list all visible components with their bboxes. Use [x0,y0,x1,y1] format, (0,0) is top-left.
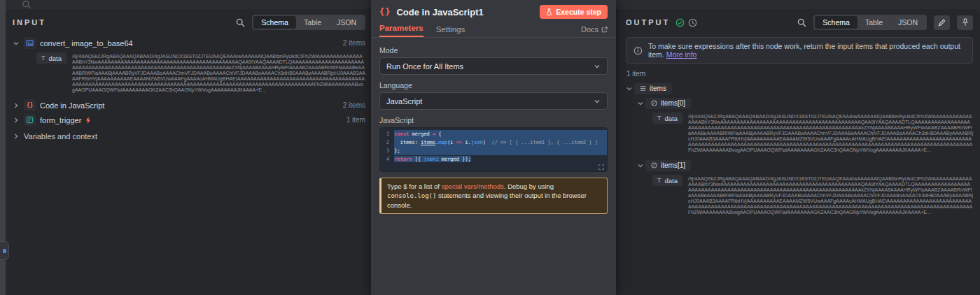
input-tab-json[interactable]: JSON [329,16,364,29]
output-data-field-row: T data /9j/4AAQSkZJRgABAQAAAQABAAD/4gJAS… [652,175,973,215]
input-title: INPUT [13,18,46,27]
code-editor[interactable]: 1const merged = {2 items: items.map(i =>… [379,127,608,172]
variables-label: Variables and context [24,132,97,141]
code-node-icon: {} [379,7,391,17]
banner-text: To make sure expressions after this node… [648,42,965,59]
node-label: Code in JavaScript [40,101,104,110]
chevron-right-icon[interactable] [13,102,20,109]
chevron-right-icon[interactable] [13,133,20,140]
search-icon[interactable] [236,18,245,27]
output-node-items1[interactable]: items[1] [637,158,973,173]
flask-icon [546,8,552,16]
more-info-link[interactable]: More info [666,50,697,59]
code-line: 2 items: items.map(i => i.json) // => [ … [380,138,607,147]
input-tab-schema[interactable]: Schema [253,16,296,29]
string-type-icon: T [657,177,662,184]
output-title: OUTPUT [626,18,670,27]
docs-link[interactable]: Docs [581,25,608,37]
output-node-items[interactable]: items [626,81,973,96]
input-panel: INPUT Schema Table JSON convert_ image_t… [6,9,371,295]
output-data-field-row: T data /9j/4AAQSkZJRgABAQAAAQABAAD/4gJAS… [652,113,973,153]
chevron-down-icon[interactable] [13,40,20,47]
node-count: 2 items [343,101,365,109]
hint-code: console.log() [387,192,436,199]
editor-hint: Type $ for a list of special vars/method… [379,178,608,214]
mode-select[interactable]: Run Once for All Items [379,57,608,75]
field-name: data [665,115,678,122]
input-view-toggle: Schema Table JSON [252,15,365,30]
code-lines: 1const merged = {2 items: items.map(i =>… [380,130,607,164]
node-tabbar: Parameters Settings Docs [371,22,616,38]
pin-icon [962,18,969,27]
output-panel: OUTPUT Schema Table JSON [616,9,980,295]
code-line: 4return [{ json: merged }]; [380,155,607,164]
object-circle-icon [651,162,657,168]
node-label: convert_ image_to_base64 [40,39,133,48]
object-circle-icon [651,100,657,106]
object-pill[interactable]: items[0] [645,98,691,109]
chevron-down-icon [594,98,601,105]
chevron-down-icon[interactable] [637,162,644,169]
input-node-code-in-javascript[interactable]: {} Code in JavaScript 2 items [13,98,365,113]
hint-text: . Debug by using [504,182,554,190]
field-value-base64: /9j/4AAQSkZJRgABAQAAAQABAAD/4gJASUNDX1BS… [688,113,973,153]
chevron-down-icon[interactable] [637,100,644,107]
node-detail-panel: {} Code in JavaScript1 Execute step Para… [371,0,616,295]
run-info-clock-icon [688,18,697,27]
collapsed-panel-handle[interactable] [0,241,9,260]
input-node-form-trigger[interactable]: form_trigger 1 item [13,113,365,127]
external-link-icon [601,27,608,33]
items-array-pill[interactable]: items [634,83,672,94]
chevron-down-icon [594,63,601,70]
language-select[interactable]: JavaScript [379,92,608,110]
string-type-icon: T [657,115,662,122]
form-trigger-node-icon [24,114,36,126]
mode-label: Mode [379,46,608,55]
image-node-icon [24,37,36,49]
pencil-icon [938,19,946,27]
search-icon[interactable] [797,18,806,27]
object-pill[interactable]: items[1] [645,160,691,171]
output-node-items0[interactable]: items[0] [637,96,973,110]
output-info-banner: To make sure expressions after this node… [626,37,973,64]
output-schema-tree: items items[0] T data /9j/4AAQSkZJRgABAQ… [626,81,973,215]
tab-parameters[interactable]: Parameters [379,24,424,37]
hint-text: Type $ for a list of [387,182,442,190]
input-panel-header: INPUT Schema Table JSON [13,9,365,36]
expand-editor-icon[interactable] [598,164,604,170]
input-item-variables-and-context[interactable]: Variables and context [13,129,365,143]
output-tab-table[interactable]: Table [858,16,890,29]
code-line: 1const merged = { [380,130,607,138]
input-data-field-row: T data /9j/4AAQSkZJRgABAQAAAQABAAD/4gJAS… [36,52,365,93]
language-label: Language [379,81,608,89]
string-type-icon: T [41,55,46,62]
pin-data-button[interactable] [957,15,973,30]
output-items-count: 1 item [626,70,973,78]
chevron-down-icon[interactable] [626,85,633,92]
special-vars-link[interactable]: special vars/methods [442,182,504,190]
node-count: 1 item [346,116,365,124]
field-pill-data[interactable]: T data [652,113,682,124]
chevron-right-icon[interactable] [13,117,20,124]
success-check-icon [676,18,685,27]
field-value-base64: /9j/4AAQSkZJRgABAQAAAQABAAD/4gJASUNDX1BS… [72,52,365,93]
input-node-convert-image-to-base64[interactable]: convert_ image_to_base64 2 items [13,36,365,50]
code-editor-label: JavaScript [379,116,608,124]
node-handle-icon [3,249,6,253]
output-tab-schema[interactable]: Schema [815,16,858,29]
code-line: 3}; [380,147,607,155]
edit-output-button[interactable] [934,15,950,30]
output-tab-json[interactable]: JSON [890,16,925,29]
field-pill-data[interactable]: T data [36,52,66,64]
info-circle-icon [634,46,643,55]
field-pill-data[interactable]: T data [652,175,682,186]
trigger-bolt-icon [85,117,91,124]
node-title: Code in JavaScript1 [396,7,483,17]
execute-step-button[interactable]: Execute step [540,5,608,19]
tab-settings[interactable]: Settings [436,25,465,37]
output-view-toggle: Schema Table JSON [813,15,927,30]
output-panel-header: OUTPUT Schema Table JSON [626,9,973,36]
canvas-search-icon [22,0,31,9]
field-name: data [665,177,678,185]
input-tab-table[interactable]: Table [296,16,329,29]
